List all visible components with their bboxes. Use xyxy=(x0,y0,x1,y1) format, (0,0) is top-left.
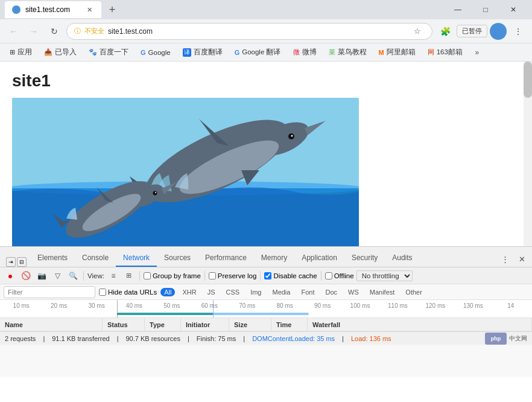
profile-button[interactable] xyxy=(490,23,507,40)
paused-button[interactable]: 已暂停 xyxy=(457,25,487,37)
scrollbar-thumb[interactable] xyxy=(524,62,532,98)
separator: | xyxy=(342,335,344,342)
tab-sources[interactable]: Sources xyxy=(157,250,198,267)
bookmarks-more-button[interactable]: » xyxy=(470,45,484,60)
bookmark-163[interactable]: 网 163邮箱 xyxy=(423,46,467,58)
separator: | xyxy=(188,335,189,342)
devtools-close-button[interactable]: ✕ xyxy=(514,251,530,267)
bookmark-imported[interactable]: 📥 已导入 xyxy=(39,46,81,58)
tab-security[interactable]: Security xyxy=(344,250,385,267)
close-button[interactable]: ✕ xyxy=(499,0,527,19)
scrollbar-track xyxy=(524,62,532,246)
group-view-button[interactable]: ⊞ xyxy=(122,269,136,282)
tab-close-button[interactable]: ✕ xyxy=(84,5,94,14)
offline-wrap: Offline xyxy=(325,272,354,279)
separator-3 xyxy=(204,271,205,281)
search-button[interactable]: 🔍 xyxy=(66,269,80,282)
filter-tab-doc[interactable]: Doc xyxy=(321,288,341,296)
filter-tab-css[interactable]: CSS xyxy=(223,288,244,296)
maximize-button[interactable]: □ xyxy=(472,0,499,19)
filter-tab-ws[interactable]: WS xyxy=(344,288,363,296)
separator: | xyxy=(43,335,45,342)
bookmark-imported-label: 已导入 xyxy=(55,48,77,57)
clear-button[interactable]: 🚫 xyxy=(19,269,33,282)
th-waterfall[interactable]: Waterfall xyxy=(308,318,532,331)
throttling-select[interactable]: No throttling Fast 3G Slow 3G Offline xyxy=(356,270,413,281)
filter-tab-img[interactable]: Img xyxy=(247,288,265,296)
list-view-button[interactable]: ≡ xyxy=(107,269,120,282)
th-time[interactable]: Time xyxy=(271,318,308,331)
baidu-translate-icon: 译 xyxy=(183,48,191,57)
preserve-log-checkbox[interactable] xyxy=(209,272,216,279)
offline-checkbox[interactable] xyxy=(325,272,332,279)
bookmark-google-translate[interactable]: G Google 翻译 xyxy=(230,46,286,58)
bookmark-baidu[interactable]: 🐾 百度一下 xyxy=(84,46,133,58)
tab-network[interactable]: Network xyxy=(116,250,157,267)
bookmark-weibo[interactable]: 微 微博 xyxy=(288,46,321,58)
filter-tab-all[interactable]: All xyxy=(160,288,175,296)
tab-audits[interactable]: Audits xyxy=(385,250,419,267)
dock-side-button[interactable]: ⊟ xyxy=(17,257,27,267)
weibo-icon: 微 xyxy=(293,48,300,57)
th-type[interactable]: Type xyxy=(145,318,181,331)
hide-data-urls-label: Hide data URLs xyxy=(108,289,157,296)
status-bar: 2 requests | 91.1 KB transferred | 90.7 … xyxy=(0,331,532,345)
tl-label-110: 110 ms xyxy=(379,302,416,309)
tab-performance[interactable]: Performance xyxy=(198,250,254,267)
menu-button[interactable]: ⋮ xyxy=(509,22,527,40)
security-icon: ⓘ xyxy=(74,27,81,36)
disable-cache-checkbox[interactable] xyxy=(264,272,271,279)
back-button[interactable]: ← xyxy=(5,23,22,40)
dock-button[interactable]: ⇥ xyxy=(6,257,16,267)
filter-toggle-button[interactable]: ▽ xyxy=(51,269,64,282)
filter-tab-media[interactable]: Media xyxy=(268,288,294,296)
devtools-tabs: ⇥ ⊟ Elements Console Network Sources Per… xyxy=(0,247,532,267)
svg-point-18 xyxy=(153,191,157,196)
tab-application[interactable]: Application xyxy=(294,250,344,267)
devtools: ⇥ ⊟ Elements Console Network Sources Per… xyxy=(0,246,532,377)
th-size[interactable]: Size xyxy=(229,318,271,331)
th-status[interactable]: Status xyxy=(103,318,145,331)
tab-console[interactable]: Console xyxy=(75,250,116,267)
bookmark-weibo-label: 微博 xyxy=(302,48,317,57)
devtools-controls: ⋮ ✕ xyxy=(497,251,532,267)
hide-data-urls-checkbox[interactable] xyxy=(99,289,106,296)
separator-2 xyxy=(139,271,140,281)
address-bar-input[interactable]: ⓘ 不安全 site1.test.com ☆ xyxy=(66,23,432,40)
bookmark-runoob[interactable]: 菜 菜鸟教程 xyxy=(324,46,372,58)
window-controls: — □ ✕ xyxy=(444,0,527,19)
devtools-more-button[interactable]: ⋮ xyxy=(497,251,513,267)
record-button[interactable]: ● xyxy=(4,269,17,282)
filter-input[interactable] xyxy=(4,286,95,298)
th-name[interactable]: Name xyxy=(0,318,103,331)
tab-memory[interactable]: Memory xyxy=(254,250,294,267)
bookmark-apps[interactable]: ⊞ 应用 xyxy=(5,46,37,58)
bookmark-baidu-translate[interactable]: 译 百度翻译 xyxy=(178,46,227,58)
bookmark-ali-mail[interactable]: M 阿里邮箱 xyxy=(374,46,420,58)
bookmark-google[interactable]: G Google xyxy=(136,48,176,57)
filter-tab-xhr[interactable]: XHR xyxy=(179,288,200,296)
filter-tab-other[interactable]: Other xyxy=(402,288,426,296)
tl-label-100: 100 ms xyxy=(341,302,379,309)
tab-elements[interactable]: Elements xyxy=(30,250,75,267)
minimize-button[interactable]: — xyxy=(444,0,472,19)
url-display[interactable]: site1.test.com xyxy=(108,27,407,36)
tab-title: site1.test.com xyxy=(25,5,80,14)
timeline-marker-domcontent xyxy=(213,300,214,317)
reload-button[interactable]: ↻ xyxy=(46,23,63,40)
new-tab-button[interactable]: + xyxy=(104,1,121,18)
bookmark-star-icon[interactable]: ☆ xyxy=(410,24,425,39)
php-logo: php xyxy=(485,333,507,345)
browser-tab[interactable]: site1.test.com ✕ xyxy=(5,1,101,18)
forward-button[interactable]: → xyxy=(25,23,42,40)
group-by-frame-checkbox[interactable] xyxy=(144,272,151,279)
extensions-button[interactable]: 🧩 xyxy=(436,22,454,40)
screenshot-button[interactable]: 📷 xyxy=(35,269,48,282)
filter-tab-manifest[interactable]: Manifest xyxy=(366,288,399,296)
tl-label-120: 120 ms xyxy=(417,302,454,309)
google-translate-icon: G xyxy=(235,49,240,56)
separator-1 xyxy=(83,271,84,281)
filter-tab-font[interactable]: Font xyxy=(297,288,318,296)
th-initiator[interactable]: Initiator xyxy=(181,318,229,331)
filter-tab-js[interactable]: JS xyxy=(204,288,219,296)
